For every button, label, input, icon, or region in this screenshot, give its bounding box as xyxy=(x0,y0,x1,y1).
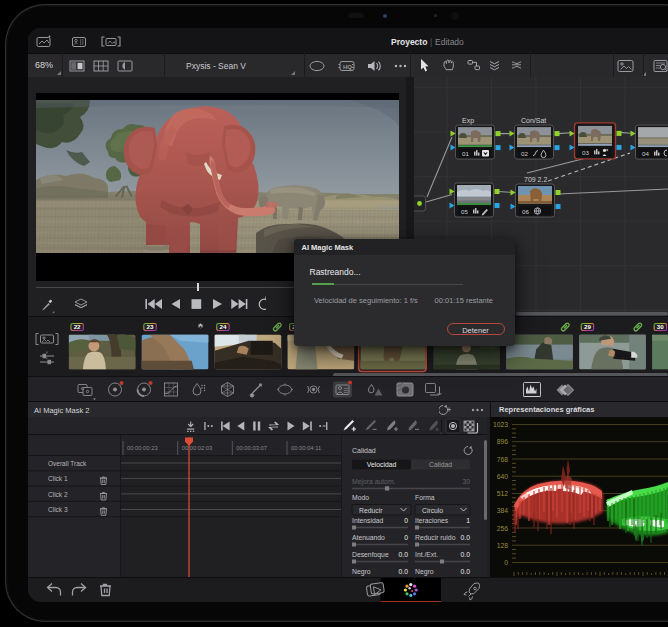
svg-text:Velocidad: Velocidad xyxy=(367,461,397,468)
svg-text:0: 0 xyxy=(404,534,408,541)
svg-text:00:00:03:07: 00:00:03:07 xyxy=(236,445,267,451)
svg-text:Reducir: Reducir xyxy=(359,507,383,514)
svg-text:Negro: Negro xyxy=(415,568,434,576)
svg-text:0.0: 0.0 xyxy=(399,551,409,558)
svg-text:128: 128 xyxy=(497,542,509,549)
svg-text:Negro: Negro xyxy=(352,568,371,576)
svg-text:30: 30 xyxy=(462,478,470,485)
svg-text:Circulo: Circulo xyxy=(422,507,443,514)
svg-text:0: 0 xyxy=(504,559,508,566)
svg-text:22: 22 xyxy=(74,323,81,330)
svg-text:Con/Sat: Con/Sat xyxy=(521,117,546,124)
svg-text:256: 256 xyxy=(497,525,509,532)
svg-text:00:00:02:03: 00:00:02:03 xyxy=(182,445,213,451)
svg-text:Exp: Exp xyxy=(462,117,474,125)
svg-text:512: 512 xyxy=(497,490,509,497)
svg-text:01: 01 xyxy=(462,150,469,157)
svg-text:Click 1: Click 1 xyxy=(48,475,68,482)
svg-text:Modo: Modo xyxy=(352,494,369,501)
svg-text:640: 640 xyxy=(497,473,509,480)
svg-text:Reducir ruido: Reducir ruido xyxy=(415,534,456,541)
svg-text:04: 04 xyxy=(642,150,649,157)
svg-text:384: 384 xyxy=(497,507,509,514)
svg-text:Click 2: Click 2 xyxy=(48,491,68,498)
svg-text:HQ: HQ xyxy=(343,64,352,70)
svg-text:03: 03 xyxy=(582,149,589,156)
svg-text:709 2.2: 709 2.2 xyxy=(524,176,547,183)
svg-text:1023: 1023 xyxy=(493,421,508,428)
svg-text:Overall Track: Overall Track xyxy=(48,460,87,467)
svg-text:05: 05 xyxy=(461,208,468,215)
svg-text:06: 06 xyxy=(522,208,529,215)
svg-text:Click 3: Click 3 xyxy=(48,506,68,513)
svg-text:0.0: 0.0 xyxy=(461,534,471,541)
svg-text:Mejora autom.: Mejora autom. xyxy=(352,478,396,486)
svg-text:Forma: Forma xyxy=(415,494,435,501)
svg-text:0.0: 0.0 xyxy=(461,551,471,558)
svg-text:0.0: 0.0 xyxy=(461,568,471,575)
svg-text:768: 768 xyxy=(497,456,509,463)
svg-text:24: 24 xyxy=(219,323,226,330)
svg-text:Iteraciones: Iteraciones xyxy=(415,517,449,524)
svg-text:00:00:00:23: 00:00:00:23 xyxy=(127,445,158,451)
svg-text:23: 23 xyxy=(147,323,154,330)
svg-text:0.0: 0.0 xyxy=(399,568,409,575)
svg-text:Calidad: Calidad xyxy=(429,461,452,468)
svg-text:1: 1 xyxy=(466,517,470,524)
svg-text:0: 0 xyxy=(404,517,408,524)
svg-text:00:00:04:11: 00:00:04:11 xyxy=(291,445,321,451)
svg-text:896: 896 xyxy=(497,438,509,445)
svg-text:30: 30 xyxy=(657,323,664,330)
svg-text:s: s xyxy=(436,426,439,432)
svg-text:02: 02 xyxy=(521,150,528,157)
svg-text:29: 29 xyxy=(584,323,591,330)
svg-text:Calidad: Calidad xyxy=(352,447,376,454)
svg-text:Desenfoque: Desenfoque xyxy=(352,551,389,559)
svg-text:Int./Ext.: Int./Ext. xyxy=(415,551,438,558)
svg-text:Atenuando: Atenuando xyxy=(352,534,385,541)
svg-text:Intensidad: Intensidad xyxy=(352,517,384,524)
